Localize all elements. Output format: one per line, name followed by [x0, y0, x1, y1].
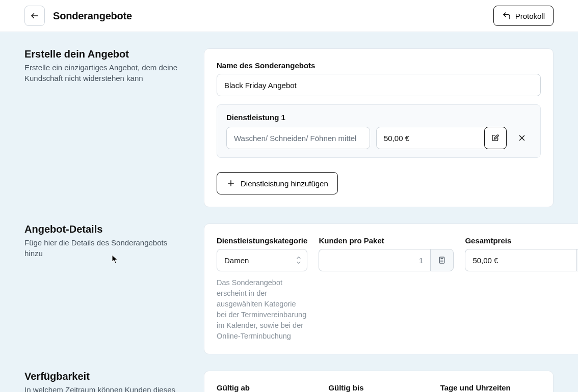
section-heading: Verfügbarkeit	[24, 371, 188, 382]
service-name-input[interactable]	[226, 127, 370, 149]
section-desc: Füge hier die Details des Sonderangebots…	[24, 237, 188, 259]
close-icon	[517, 133, 527, 143]
section-offer-details-side: Angebot-Details Füge hier die Details de…	[24, 223, 188, 259]
offer-name-input[interactable]	[217, 74, 541, 96]
section-desc: Erstelle ein einzigartiges Angebot, dem …	[24, 62, 188, 83]
customers-calc-button[interactable]	[430, 249, 454, 271]
add-service-button[interactable]: Dienstleistung hinzufügen	[217, 172, 338, 194]
valid-to-label: Gültig bis	[328, 383, 429, 392]
category-label: Dienstleistungskategorie	[217, 236, 307, 245]
edit-icon	[491, 134, 500, 142]
category-helper: Das Sonderangebot erscheint in der ausge…	[217, 277, 307, 342]
service-block-title: Dienstleistung 1	[226, 113, 531, 122]
days-times-label: Tage und Uhrzeiten	[440, 383, 541, 392]
section-availability-side: Verfügbarkeit In welchem Zeitraum können…	[24, 371, 188, 392]
customers-input[interactable]	[319, 249, 430, 271]
service-block: Dienstleistung 1	[217, 104, 541, 158]
arrow-left-icon	[30, 11, 39, 20]
valid-from-label: Gültig ab	[217, 383, 317, 392]
calculator-icon	[438, 256, 446, 264]
reply-icon	[502, 11, 511, 20]
protocol-button[interactable]: Protokoll	[493, 6, 554, 26]
protocol-label: Protokoll	[515, 12, 545, 20]
back-button[interactable]	[24, 6, 45, 26]
category-select[interactable]	[217, 249, 307, 271]
section-heading: Angebot-Details	[24, 223, 188, 235]
plus-icon	[226, 179, 235, 188]
service-price-input[interactable]	[376, 127, 488, 149]
total-label: Gesamtpreis	[465, 236, 578, 245]
total-price-input[interactable]	[465, 249, 576, 271]
availability-card: Gültig ab Gültig bis Tage und Uhrzeiten	[204, 371, 554, 392]
customers-label: Kunden pro Paket	[319, 236, 454, 245]
section-desc: In welchem Zeitraum können Kunden dieses	[24, 384, 188, 392]
edit-service-button[interactable]	[484, 127, 507, 149]
section-create-offer-side: Erstelle dein Angebot Erstelle ein einzi…	[24, 48, 188, 83]
remove-service-button[interactable]	[513, 127, 531, 149]
section-heading: Erstelle dein Angebot	[24, 48, 188, 60]
offer-name-label: Name des Sonderangebots	[217, 61, 541, 70]
offer-details-card: Dienstleistungskategorie Das Sonderangeb…	[204, 223, 578, 354]
add-service-label: Dienstleistung hinzufügen	[241, 179, 328, 188]
page-title: Sonderangebote	[53, 10, 132, 22]
create-offer-card: Name des Sonderangebots Dienstleistung 1	[204, 48, 554, 207]
